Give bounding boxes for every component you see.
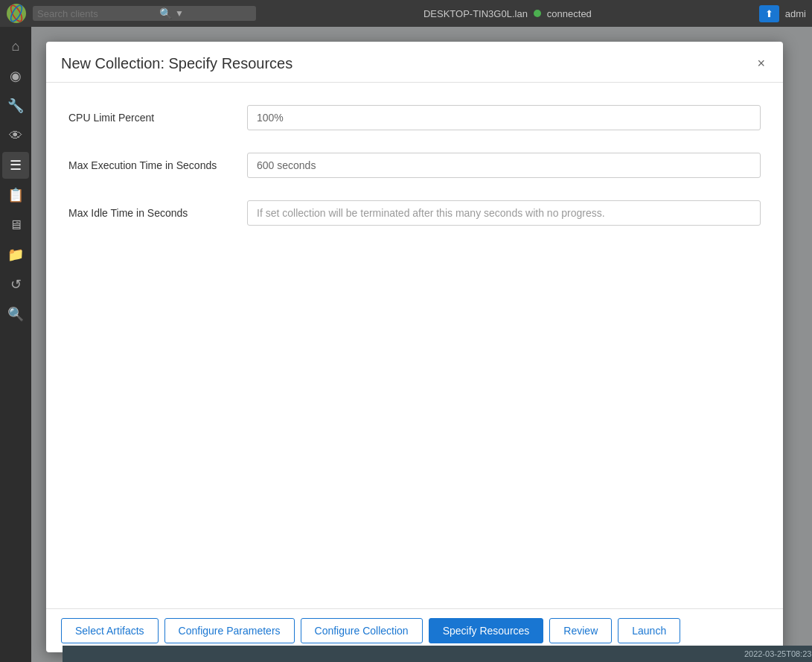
sidebar-item-folder[interactable]: 📁 <box>2 241 29 268</box>
max-execution-row: Max Execution Time in Seconds <box>68 153 761 178</box>
connection-status-label: connected <box>547 8 592 19</box>
max-idle-input-wrap <box>247 200 761 226</box>
sidebar-item-home[interactable]: ⌂ <box>2 33 29 60</box>
launch-button[interactable]: Launch <box>618 618 680 643</box>
max-idle-input[interactable] <box>247 200 761 226</box>
search-input[interactable] <box>37 8 156 19</box>
max-execution-label: Max Execution Time in Seconds <box>68 153 247 174</box>
modal-overlay: New Collection: Specify Resources × CPU … <box>31 27 812 662</box>
modal-close-button[interactable]: × <box>754 54 768 73</box>
cpu-limit-label: CPU Limit Percent <box>68 105 247 126</box>
search-icon: 🔍 <box>159 7 172 19</box>
sidebar-item-history[interactable]: ↺ <box>2 271 29 298</box>
sidebar-item-tools[interactable]: 🔧 <box>2 92 29 119</box>
modal-dialog: New Collection: Specify Resources × CPU … <box>46 42 783 652</box>
sidebar: ⌂ ◉ 🔧 👁 ☰ 📋 🖥 📁 ↺ 🔍 <box>0 27 31 662</box>
user-label: admi <box>785 8 806 19</box>
statusbar: 2022-03-25T08:23:09.95 <box>63 646 812 662</box>
sidebar-item-view[interactable]: 👁 <box>2 122 29 149</box>
review-button[interactable]: Review <box>549 618 612 643</box>
specify-resources-button[interactable]: Specify Resources <box>429 618 544 643</box>
app-logo <box>6 3 27 24</box>
connection-info: DESKTOP-TIN3G0L.lan connected <box>262 8 753 19</box>
connected-indicator <box>534 10 541 17</box>
search-bar[interactable]: 🔍 ▼ <box>33 6 256 21</box>
cpu-limit-input[interactable] <box>247 105 761 130</box>
search-dropdown-icon[interactable]: ▼ <box>175 8 184 19</box>
sidebar-item-clipboard[interactable]: 📋 <box>2 182 29 209</box>
max-idle-row: Max Idle Time in Seconds <box>68 200 761 226</box>
topbar-right: ⬆ admi <box>759 5 806 22</box>
max-idle-label: Max Idle Time in Seconds <box>68 200 247 221</box>
topbar: 🔍 ▼ DESKTOP-TIN3G0L.lan connected ⬆ admi <box>0 0 812 27</box>
modal-title: New Collection: Specify Resources <box>61 55 292 72</box>
modal-body: CPU Limit Percent Max Execution Time in … <box>46 83 783 608</box>
modal-header: New Collection: Specify Resources × <box>46 42 783 83</box>
sidebar-item-list[interactable]: ☰ <box>2 152 29 179</box>
cpu-limit-input-wrap <box>247 105 761 130</box>
configure-collection-button[interactable]: Configure Collection <box>301 618 423 643</box>
max-execution-input-wrap <box>247 153 761 178</box>
sidebar-item-investigate[interactable]: 🔍 <box>2 301 29 328</box>
configure-parameters-button[interactable]: Configure Parameters <box>164 618 295 643</box>
export-button[interactable]: ⬆ <box>759 5 779 22</box>
max-execution-input[interactable] <box>247 153 761 178</box>
cpu-limit-row: CPU Limit Percent <box>68 105 761 130</box>
sidebar-item-monitor[interactable]: 🖥 <box>2 211 29 238</box>
hostname-label: DESKTOP-TIN3G0L.lan <box>423 8 528 19</box>
select-artifacts-button[interactable]: Select Artifacts <box>61 618 159 643</box>
sidebar-item-search[interactable]: ◉ <box>2 63 29 89</box>
statusbar-timestamp: 2022-03-25T08:23:09.95 <box>744 649 812 658</box>
main-content: New Collection: Specify Resources × CPU … <box>31 27 812 662</box>
